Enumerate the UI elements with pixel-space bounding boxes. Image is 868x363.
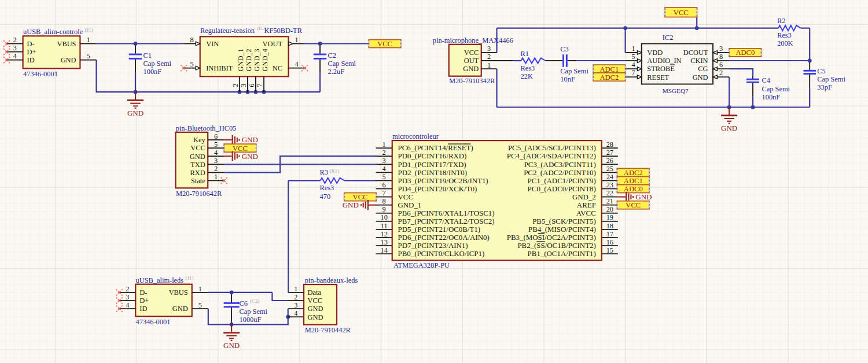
svg-text:4: 4 — [382, 165, 386, 173]
svg-text:pin-Bluetooth_HC05: pin-Bluetooth_HC05 — [176, 124, 237, 132]
svg-text:470: 470 — [320, 192, 331, 201]
svg-text:PB0_(PCINT0/CLKO/ICP1): PB0_(PCINT0/CLKO/ICP1) — [398, 250, 485, 258]
svg-text:CG: CG — [698, 65, 708, 73]
svg-text:PD7_(PCINT23/AIN1): PD7_(PCINT23/AIN1) — [398, 242, 468, 250]
svg-text:1: 1 — [198, 285, 202, 293]
svg-text:19: 19 — [606, 213, 613, 221]
svg-text:Key: Key — [193, 136, 205, 144]
svg-text:28: 28 — [606, 140, 613, 149]
svg-text:7: 7 — [632, 69, 635, 77]
svg-text:22K: 22K — [521, 72, 533, 80]
svg-text:R2: R2 — [777, 17, 785, 25]
svg-text:PD2_(PCINT18/INT0): PD2_(PCINT18/INT0) — [398, 169, 468, 177]
svg-text:Cap Semi: Cap Semi — [144, 60, 172, 68]
svg-text:PD5_(PCINT21/OC0B/T1): PD5_(PCINT21/OC0B/T1) — [398, 225, 481, 234]
svg-text:ADC1: ADC1 — [599, 65, 619, 73]
svg-text:6: 6 — [214, 132, 218, 140]
svg-text:PD3_(PCINT19/OC2B/INT1): PD3_(PCINT19/OC2B/INT1) — [398, 177, 488, 185]
svg-text:1: 1 — [86, 36, 90, 44]
svg-text:VIN: VIN — [206, 40, 219, 48]
svg-text:PB3_(MOSI/OC2A/PCINT3): PB3_(MOSI/OC2A/PCINT3) — [507, 234, 596, 242]
svg-text:PB5_(SCK/PCINT5): PB5_(SCK/PCINT5) — [532, 217, 596, 225]
svg-text:AREF: AREF — [577, 201, 596, 209]
svg-text:2.2uF: 2.2uF — [328, 68, 345, 76]
svg-text:PB2_(SS/OC1B/PCINT2): PB2_(SS/OC1B/PCINT2) — [517, 242, 595, 250]
svg-text:Res3: Res3 — [521, 64, 535, 72]
svg-text:6: 6 — [248, 84, 256, 87]
svg-text:6: 6 — [719, 61, 723, 69]
svg-text:uUSB_alim-controle: uUSB_alim-controle — [23, 28, 83, 36]
svg-text:Cap Semi: Cap Semi — [762, 85, 790, 93]
svg-text:2: 2 — [126, 285, 129, 293]
svg-text:23: 23 — [606, 181, 613, 189]
svg-text:3: 3 — [382, 157, 386, 165]
svg-text:GND: GND — [308, 305, 323, 313]
svg-text:16: 16 — [606, 238, 613, 246]
svg-text:D-: D- — [27, 40, 35, 48]
svg-text:2: 2 — [231, 84, 240, 87]
svg-text:Cap Semi: Cap Semi — [240, 308, 268, 316]
svg-text:ATMEGA328P-PU: ATMEGA328P-PU — [393, 261, 450, 269]
svg-text:C4: C4 — [762, 76, 770, 84]
svg-text:200K: 200K — [777, 39, 793, 47]
svg-text:1: 1 — [294, 285, 297, 293]
svg-text:D-: D- — [139, 288, 147, 297]
svg-text:RESET: RESET — [647, 73, 669, 82]
svg-text:4: 4 — [13, 52, 16, 60]
svg-text:GND: GND — [242, 135, 258, 144]
svg-text:10nF: 10nF — [560, 75, 575, 83]
svg-text:VCC: VCC — [464, 49, 479, 57]
svg-text:IC2: IC2 — [663, 34, 674, 42]
svg-text:GND: GND — [343, 201, 359, 209]
svg-text:21: 21 — [606, 197, 613, 205]
svg-text:6: 6 — [382, 181, 386, 189]
svg-text:GND: GND — [223, 341, 240, 350]
svg-text:18: 18 — [606, 222, 613, 230]
svg-text:2: 2 — [294, 293, 297, 301]
svg-text:11: 11 — [381, 222, 388, 230]
svg-text:2: 2 — [487, 53, 491, 61]
svg-text:4: 4 — [126, 301, 129, 309]
svg-text:47346-0001: 47346-0001 — [23, 70, 58, 78]
svg-text:STROBE: STROBE — [647, 65, 675, 73]
svg-text:13: 13 — [381, 238, 388, 246]
svg-text:TXD: TXD — [190, 161, 205, 169]
svg-text:M20-7910642R: M20-7910642R — [176, 190, 222, 198]
svg-text:100nF: 100nF — [762, 93, 781, 101]
svg-text:GND: GND — [693, 73, 708, 82]
svg-text:12: 12 — [381, 230, 388, 238]
svg-text:DCOUT: DCOUT — [683, 49, 708, 57]
svg-text:1: 1 — [295, 36, 299, 44]
svg-text:17: 17 — [606, 230, 613, 238]
svg-text:7: 7 — [256, 84, 264, 87]
svg-text:pin-bandeaux-leds: pin-bandeaux-leds — [305, 276, 358, 284]
svg-text:PB1_(OC1A/PCINT1): PB1_(OC1A/PCINT1) — [528, 250, 596, 258]
svg-text:ADC0: ADC0 — [624, 185, 643, 193]
svg-text:MSGEQ7: MSGEQ7 — [663, 87, 689, 94]
svg-text:PC1_(ADC1/PCINT9): PC1_(ADC1/PCINT9) — [528, 177, 596, 185]
svg-text:PC6_(PCINT14/RESET): PC6_(PCINT14/RESET) — [398, 144, 473, 152]
svg-text:Data: Data — [308, 288, 322, 297]
svg-text:1: 1 — [382, 140, 386, 149]
svg-text:3: 3 — [13, 44, 16, 52]
svg-text:7: 7 — [382, 189, 386, 197]
svg-text:VCC: VCC — [626, 201, 641, 209]
svg-text:pin-microphone_MAX4466: pin-microphone_MAX4466 — [433, 36, 513, 45]
svg-text:ADC1: ADC1 — [624, 177, 643, 185]
svg-text:47346-0001: 47346-0001 — [136, 318, 171, 326]
svg-text:1: 1 — [214, 173, 218, 181]
svg-text:VCC: VCC — [190, 144, 205, 152]
svg-text:(J1): (J1) — [85, 27, 93, 33]
svg-text:26: 26 — [606, 157, 613, 165]
svg-text:VCC: VCC — [398, 193, 414, 201]
svg-text:C2: C2 — [328, 51, 336, 60]
svg-text:14: 14 — [381, 246, 388, 254]
svg-text:ID: ID — [27, 56, 35, 64]
svg-text:Cap Semi: Cap Semi — [817, 75, 845, 83]
svg-text:GND_4: GND_4 — [261, 49, 269, 71]
svg-text:GND: GND — [635, 192, 652, 201]
svg-text:5: 5 — [198, 301, 202, 309]
svg-text:VCC: VCC — [674, 9, 689, 17]
svg-text:VDD: VDD — [647, 49, 663, 57]
svg-text:3: 3 — [719, 45, 723, 53]
